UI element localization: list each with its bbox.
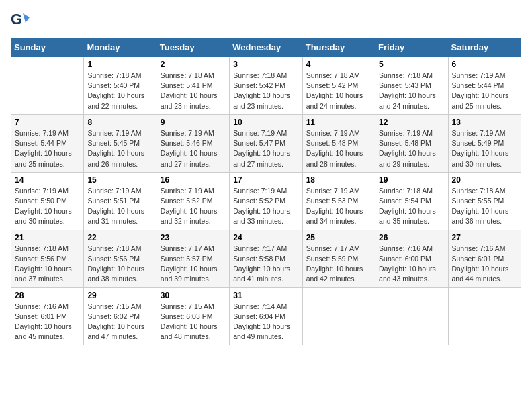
day-header-saturday: Saturday bbox=[448, 38, 521, 57]
day-number: 15 bbox=[87, 175, 152, 185]
day-number: 9 bbox=[161, 118, 226, 127]
day-detail: Sunrise: 7:17 AM Sunset: 5:59 PM Dayligh… bbox=[306, 244, 371, 285]
day-cell bbox=[11, 57, 84, 115]
day-number: 24 bbox=[233, 233, 298, 242]
calendar-table: SundayMondayTuesdayWednesdayThursdayFrid… bbox=[11, 38, 521, 345]
day-cell: 6Sunrise: 7:19 AM Sunset: 5:44 PM Daylig… bbox=[448, 57, 521, 115]
svg-text:G: G bbox=[11, 11, 22, 28]
svg-marker-1 bbox=[23, 13, 30, 23]
day-cell: 2Sunrise: 7:18 AM Sunset: 5:41 PM Daylig… bbox=[157, 57, 229, 115]
day-detail: Sunrise: 7:18 AM Sunset: 5:54 PM Dayligh… bbox=[379, 186, 444, 227]
day-number: 10 bbox=[233, 118, 298, 127]
day-header-sunday: Sunday bbox=[11, 38, 84, 57]
day-header-friday: Friday bbox=[375, 38, 448, 57]
day-number: 17 bbox=[233, 175, 298, 185]
week-row-1: 1Sunrise: 7:18 AM Sunset: 5:40 PM Daylig… bbox=[11, 57, 521, 115]
day-number: 30 bbox=[161, 291, 226, 300]
day-cell: 27Sunrise: 7:16 AM Sunset: 6:01 PM Dayli… bbox=[448, 230, 521, 287]
day-number: 22 bbox=[87, 233, 152, 242]
day-number: 23 bbox=[161, 233, 226, 242]
day-cell: 17Sunrise: 7:19 AM Sunset: 5:52 PM Dayli… bbox=[230, 172, 302, 230]
day-detail: Sunrise: 7:19 AM Sunset: 5:47 PM Dayligh… bbox=[233, 128, 298, 169]
day-detail: Sunrise: 7:16 AM Sunset: 6:00 PM Dayligh… bbox=[379, 244, 444, 285]
day-cell: 16Sunrise: 7:19 AM Sunset: 5:52 PM Dayli… bbox=[157, 172, 229, 230]
day-cell bbox=[448, 287, 521, 345]
day-detail: Sunrise: 7:19 AM Sunset: 5:44 PM Dayligh… bbox=[452, 71, 517, 111]
day-cell: 24Sunrise: 7:17 AM Sunset: 5:58 PM Dayli… bbox=[230, 230, 302, 287]
day-cell: 29Sunrise: 7:15 AM Sunset: 6:02 PM Dayli… bbox=[84, 287, 157, 345]
day-number: 4 bbox=[306, 60, 371, 69]
week-row-2: 7Sunrise: 7:19 AM Sunset: 5:44 PM Daylig… bbox=[11, 114, 521, 172]
week-row-3: 14Sunrise: 7:19 AM Sunset: 5:50 PM Dayli… bbox=[11, 172, 521, 230]
day-number: 16 bbox=[161, 175, 226, 185]
day-detail: Sunrise: 7:15 AM Sunset: 6:02 PM Dayligh… bbox=[87, 302, 152, 342]
header: G bbox=[11, 11, 521, 30]
day-detail: Sunrise: 7:19 AM Sunset: 5:50 PM Dayligh… bbox=[15, 186, 80, 227]
day-number: 11 bbox=[306, 118, 371, 127]
day-cell: 30Sunrise: 7:15 AM Sunset: 6:03 PM Dayli… bbox=[157, 287, 229, 345]
day-cell: 22Sunrise: 7:18 AM Sunset: 5:56 PM Dayli… bbox=[84, 230, 157, 287]
day-detail: Sunrise: 7:18 AM Sunset: 5:43 PM Dayligh… bbox=[379, 71, 444, 111]
week-row-5: 28Sunrise: 7:16 AM Sunset: 6:01 PM Dayli… bbox=[11, 287, 521, 345]
day-cell: 5Sunrise: 7:18 AM Sunset: 5:43 PM Daylig… bbox=[375, 57, 448, 115]
day-header-tuesday: Tuesday bbox=[157, 38, 229, 57]
day-number: 12 bbox=[379, 118, 444, 127]
day-number: 28 bbox=[15, 291, 80, 300]
day-detail: Sunrise: 7:19 AM Sunset: 5:46 PM Dayligh… bbox=[161, 128, 226, 169]
day-number: 31 bbox=[233, 291, 298, 300]
day-cell: 26Sunrise: 7:16 AM Sunset: 6:00 PM Dayli… bbox=[375, 230, 448, 287]
day-detail: Sunrise: 7:18 AM Sunset: 5:41 PM Dayligh… bbox=[161, 71, 226, 111]
day-cell: 28Sunrise: 7:16 AM Sunset: 6:01 PM Dayli… bbox=[11, 287, 84, 345]
day-detail: Sunrise: 7:18 AM Sunset: 5:42 PM Dayligh… bbox=[306, 71, 371, 111]
day-number: 29 bbox=[87, 291, 152, 300]
day-cell: 9Sunrise: 7:19 AM Sunset: 5:46 PM Daylig… bbox=[157, 114, 229, 172]
day-cell: 23Sunrise: 7:17 AM Sunset: 5:57 PM Dayli… bbox=[157, 230, 229, 287]
day-detail: Sunrise: 7:19 AM Sunset: 5:52 PM Dayligh… bbox=[161, 186, 226, 227]
day-cell: 4Sunrise: 7:18 AM Sunset: 5:42 PM Daylig… bbox=[302, 57, 375, 115]
day-cell bbox=[302, 287, 375, 345]
day-number: 3 bbox=[233, 60, 298, 69]
day-number: 20 bbox=[452, 175, 517, 185]
day-number: 13 bbox=[452, 118, 517, 127]
day-cell: 20Sunrise: 7:18 AM Sunset: 5:55 PM Dayli… bbox=[448, 172, 521, 230]
day-number: 21 bbox=[15, 233, 80, 242]
day-number: 6 bbox=[452, 60, 517, 69]
day-detail: Sunrise: 7:14 AM Sunset: 6:04 PM Dayligh… bbox=[233, 302, 298, 342]
day-cell: 18Sunrise: 7:19 AM Sunset: 5:53 PM Dayli… bbox=[302, 172, 375, 230]
day-number: 5 bbox=[379, 60, 444, 69]
day-number: 26 bbox=[379, 233, 444, 242]
day-header-thursday: Thursday bbox=[302, 38, 375, 57]
day-number: 7 bbox=[15, 118, 80, 127]
day-cell: 3Sunrise: 7:18 AM Sunset: 5:42 PM Daylig… bbox=[230, 57, 302, 115]
day-number: 2 bbox=[161, 60, 226, 69]
day-number: 8 bbox=[87, 118, 152, 127]
day-detail: Sunrise: 7:18 AM Sunset: 5:42 PM Dayligh… bbox=[233, 71, 298, 111]
day-detail: Sunrise: 7:19 AM Sunset: 5:48 PM Dayligh… bbox=[379, 128, 444, 169]
day-cell: 13Sunrise: 7:19 AM Sunset: 5:49 PM Dayli… bbox=[448, 114, 521, 172]
day-cell: 7Sunrise: 7:19 AM Sunset: 5:44 PM Daylig… bbox=[11, 114, 84, 172]
day-number: 27 bbox=[452, 233, 517, 242]
day-detail: Sunrise: 7:19 AM Sunset: 5:51 PM Dayligh… bbox=[87, 186, 152, 227]
days-header-row: SundayMondayTuesdayWednesdayThursdayFrid… bbox=[11, 38, 521, 57]
day-cell: 31Sunrise: 7:14 AM Sunset: 6:04 PM Dayli… bbox=[230, 287, 302, 345]
day-number: 19 bbox=[379, 175, 444, 185]
day-detail: Sunrise: 7:16 AM Sunset: 6:01 PM Dayligh… bbox=[452, 244, 517, 285]
day-detail: Sunrise: 7:19 AM Sunset: 5:52 PM Dayligh… bbox=[233, 186, 298, 227]
day-cell bbox=[375, 287, 448, 345]
day-detail: Sunrise: 7:18 AM Sunset: 5:56 PM Dayligh… bbox=[87, 244, 152, 285]
day-detail: Sunrise: 7:19 AM Sunset: 5:53 PM Dayligh… bbox=[306, 186, 371, 227]
day-header-monday: Monday bbox=[84, 38, 157, 57]
day-detail: Sunrise: 7:15 AM Sunset: 6:03 PM Dayligh… bbox=[161, 302, 226, 342]
logo: G bbox=[11, 11, 32, 30]
day-cell: 12Sunrise: 7:19 AM Sunset: 5:48 PM Dayli… bbox=[375, 114, 448, 172]
day-detail: Sunrise: 7:19 AM Sunset: 5:44 PM Dayligh… bbox=[15, 128, 80, 169]
logo-icon: G bbox=[11, 11, 30, 30]
day-cell: 10Sunrise: 7:19 AM Sunset: 5:47 PM Dayli… bbox=[230, 114, 302, 172]
day-cell: 19Sunrise: 7:18 AM Sunset: 5:54 PM Dayli… bbox=[375, 172, 448, 230]
day-cell: 15Sunrise: 7:19 AM Sunset: 5:51 PM Dayli… bbox=[84, 172, 157, 230]
day-detail: Sunrise: 7:19 AM Sunset: 5:49 PM Dayligh… bbox=[452, 128, 517, 169]
day-cell: 8Sunrise: 7:19 AM Sunset: 5:45 PM Daylig… bbox=[84, 114, 157, 172]
day-cell: 11Sunrise: 7:19 AM Sunset: 5:48 PM Dayli… bbox=[302, 114, 375, 172]
day-number: 18 bbox=[306, 175, 371, 185]
day-detail: Sunrise: 7:16 AM Sunset: 6:01 PM Dayligh… bbox=[15, 302, 80, 342]
